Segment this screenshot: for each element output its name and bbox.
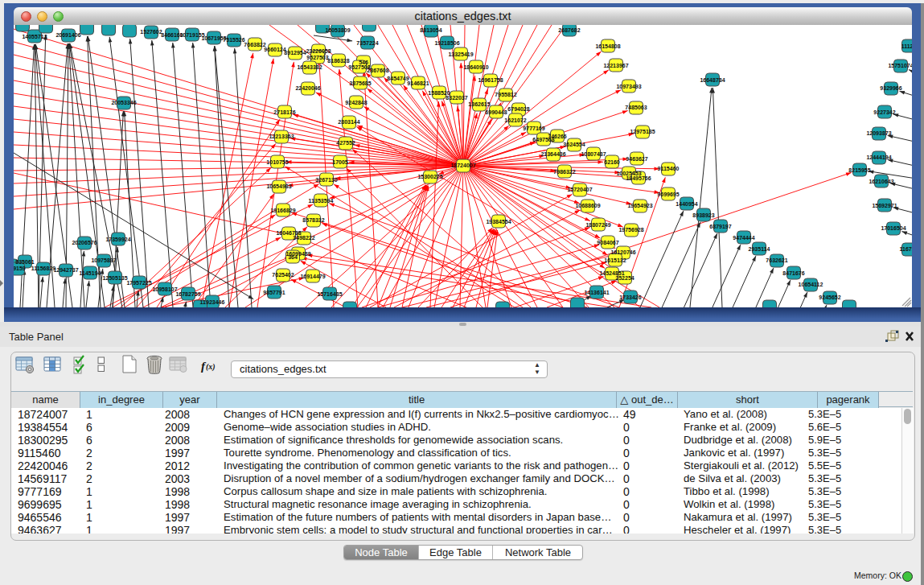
svg-text:16120746: 16120746 <box>610 249 635 255</box>
svg-text:7955812: 7955812 <box>495 92 516 97</box>
svg-text:2935114: 2935114 <box>749 246 770 252</box>
svg-text:11923446: 11923446 <box>200 299 225 305</box>
svg-text:9660124: 9660124 <box>264 47 285 52</box>
svg-text:21364436: 21364436 <box>540 151 565 157</box>
svg-text:252254: 252254 <box>615 275 634 281</box>
svg-text:8578332: 8578332 <box>302 217 324 223</box>
svg-text:427552: 427552 <box>336 140 355 146</box>
svg-text:22420046: 22420046 <box>295 85 320 91</box>
svg-text:9242848: 9242848 <box>345 100 367 105</box>
svg-text:15716485: 15716485 <box>317 291 342 297</box>
svg-text:10958107: 10958107 <box>152 286 177 292</box>
svg-text:11156829: 11156829 <box>31 266 55 271</box>
svg-text:12975185: 12975185 <box>630 129 655 134</box>
svg-text:8813054: 8813054 <box>420 27 441 33</box>
svg-text:7357224: 7357224 <box>356 40 378 46</box>
svg-text:12942737: 12942737 <box>53 267 78 273</box>
svg-text:116753: 116753 <box>900 246 912 252</box>
svg-text:2867608: 2867608 <box>367 68 388 73</box>
svg-text:19166829: 19166829 <box>270 208 295 213</box>
svg-text:9857791: 9857791 <box>263 290 285 295</box>
svg-text:17016504: 17016504 <box>881 225 906 231</box>
svg-text:7986322: 7986322 <box>553 169 575 175</box>
svg-text:7485063: 7485063 <box>625 105 647 110</box>
svg-text:12444194: 12444194 <box>866 154 891 160</box>
svg-text:19218506: 19218506 <box>434 40 459 46</box>
svg-text:3267130: 3267130 <box>315 177 337 183</box>
svg-text:1621072: 1621072 <box>504 117 526 123</box>
svg-text:19756928: 19756928 <box>618 227 643 233</box>
svg-text:10973493: 10973493 <box>616 84 641 89</box>
svg-text:10975887: 10975887 <box>91 257 116 263</box>
svg-text:9777169: 9777169 <box>523 126 544 131</box>
svg-text:7625402: 7625402 <box>272 272 294 278</box>
svg-text:20206576: 20206576 <box>72 240 97 245</box>
svg-text:18724007: 18724007 <box>450 163 475 168</box>
svg-text:14136141: 14136141 <box>584 290 609 295</box>
svg-text:364: 364 <box>288 254 298 260</box>
svg-text:12213363: 12213363 <box>269 134 294 139</box>
svg-text:17359924: 17359924 <box>105 237 130 242</box>
svg-text:6990448: 6990448 <box>485 109 507 115</box>
svg-text:10654983: 10654983 <box>266 183 291 189</box>
svg-text:6794028: 6794028 <box>507 106 529 112</box>
svg-text:20691406: 20691406 <box>55 32 80 38</box>
svg-text:6497568: 6497568 <box>532 137 554 142</box>
svg-text:1615132: 1615132 <box>604 257 626 263</box>
svg-text:9146821: 9146821 <box>407 80 429 86</box>
svg-text:15751074: 15751074 <box>888 63 912 68</box>
svg-text:9329966: 9329966 <box>880 85 901 91</box>
svg-text:2803144: 2803144 <box>338 119 359 125</box>
svg-text:9227342: 9227342 <box>873 109 895 115</box>
svg-text:3498222: 3498222 <box>293 235 314 241</box>
svg-text:9699695: 9699695 <box>657 192 679 197</box>
svg-text:1145194: 1145194 <box>80 270 101 276</box>
svg-text:8215955: 8215955 <box>848 167 870 173</box>
svg-text:19384554: 19384554 <box>486 219 511 225</box>
svg-text:11124: 11124 <box>901 43 912 49</box>
svg-text:2718176: 2718176 <box>273 109 295 115</box>
svg-text:9115460: 9115460 <box>658 166 680 171</box>
svg-text:8454749: 8454749 <box>387 76 409 81</box>
svg-text:835061: 835061 <box>15 259 34 265</box>
svg-text:16782759: 16782759 <box>175 291 200 297</box>
svg-text:12505135: 12505135 <box>102 275 127 281</box>
svg-text:1733426: 1733426 <box>619 295 641 300</box>
svg-text:10688609: 10688609 <box>575 203 600 208</box>
svg-text:18495766: 18495766 <box>626 175 651 181</box>
svg-text:19654923: 19654923 <box>627 203 652 208</box>
svg-text:16914479: 16914479 <box>300 274 325 279</box>
svg-text:3624554: 3624554 <box>563 142 585 147</box>
svg-text:11353594: 11353594 <box>309 198 334 204</box>
svg-text:9084067: 9084067 <box>597 240 618 245</box>
svg-text:14055713: 14055713 <box>22 34 47 39</box>
svg-text:8186328: 8186328 <box>327 58 349 64</box>
svg-text:12213967: 12213967 <box>603 63 628 68</box>
svg-text:2687682: 2687682 <box>558 27 580 33</box>
svg-text:16053809: 16053809 <box>325 27 350 33</box>
svg-text:9245652: 9245652 <box>819 295 840 300</box>
svg-text:9474444: 9474444 <box>733 235 754 241</box>
svg-text:62160: 62160 <box>604 159 620 165</box>
svg-text:9463627: 9463627 <box>626 156 647 162</box>
svg-text:8471676: 8471676 <box>782 270 804 276</box>
svg-text:1362615: 1362615 <box>468 101 490 107</box>
svg-text:18640910: 18640910 <box>463 64 488 70</box>
svg-text:16961758: 16961758 <box>478 77 503 83</box>
svg-text:7663822: 7663822 <box>244 42 265 47</box>
svg-text:16543382: 16543382 <box>297 64 322 70</box>
svg-text:8322037: 8322037 <box>446 95 467 101</box>
svg-text:10654112: 10654112 <box>799 282 823 287</box>
svg-text:15692971: 15692971 <box>872 203 897 208</box>
svg-text:13325419: 13325419 <box>448 51 473 57</box>
svg-text:20053346: 20053346 <box>111 100 136 105</box>
svg-text:10807487: 10807487 <box>581 151 606 157</box>
svg-text:8938923: 8938923 <box>692 212 714 218</box>
svg-text:3875685: 3875685 <box>349 80 371 86</box>
svg-text:16154808: 16154808 <box>595 43 620 49</box>
svg-text:17005: 17005 <box>332 159 348 165</box>
svg-text:8912954: 8912954 <box>284 50 306 56</box>
svg-text:18807249: 18807249 <box>585 222 610 228</box>
svg-text:1010755: 1010755 <box>266 159 288 165</box>
svg-text:9527503: 9527503 <box>306 55 328 60</box>
